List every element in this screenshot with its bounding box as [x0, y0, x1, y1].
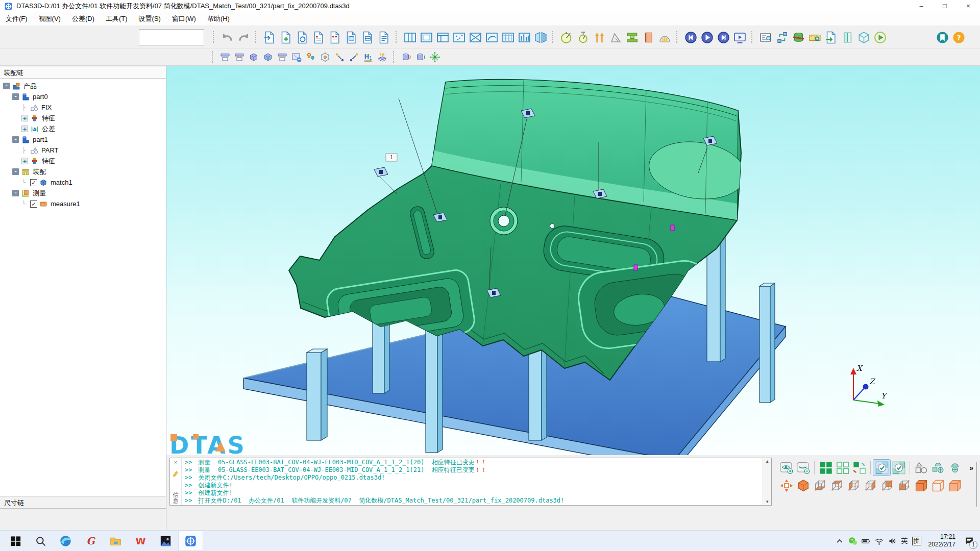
- tree-item-measure[interactable]: - 测量: [0, 188, 166, 198]
- minimize-button[interactable]: –: [910, 0, 933, 12]
- view-flip-icon[interactable]: [532, 29, 549, 46]
- toolbar-drag-handle[interactable]: [212, 51, 214, 63]
- panel-tool-icon[interactable]: [640, 29, 656, 46]
- toolbar-combo-box[interactable]: [139, 29, 204, 45]
- open-project-icon[interactable]: [261, 29, 278, 46]
- toolbar-drag-handle[interactable]: [676, 31, 679, 43]
- shapes-icon[interactable]: [913, 460, 929, 475]
- tree-item-label[interactable]: match1: [51, 179, 72, 186]
- cube-down-icon[interactable]: [375, 51, 389, 64]
- menu-help[interactable]: 帮助(H): [202, 14, 235, 23]
- tile-green-icon[interactable]: [817, 460, 834, 475]
- collapse-icon[interactable]: -: [12, 168, 19, 175]
- chevron-up-icon[interactable]: [833, 531, 846, 551]
- view-right-icon[interactable]: [862, 478, 879, 493]
- view-front-icon[interactable]: [896, 478, 913, 493]
- cylinder-rotate-icon[interactable]: [399, 51, 413, 64]
- doc-list-icon[interactable]: [376, 29, 392, 46]
- tree-item-tolerance0[interactable]: + A 公差: [0, 123, 166, 134]
- tree-item-features1[interactable]: + 特征: [0, 156, 166, 166]
- view-bars-icon[interactable]: [516, 29, 532, 46]
- compare-doc-icon[interactable]: [327, 29, 343, 46]
- reload-file-icon[interactable]: [294, 29, 310, 46]
- toolbar-drag-handle[interactable]: [396, 31, 398, 43]
- tree-item-label[interactable]: 公差: [42, 124, 55, 134]
- view-table-icon[interactable]: [434, 29, 451, 46]
- pan-view-icon[interactable]: [778, 478, 795, 493]
- hex-node-icon[interactable]: [318, 51, 332, 64]
- play-ring-icon[interactable]: [872, 29, 888, 46]
- cylinder-section-icon[interactable]: [790, 29, 806, 46]
- collapse-icon[interactable]: -: [12, 93, 19, 100]
- cube-b-icon[interactable]: [261, 51, 275, 64]
- star-node-icon[interactable]: [428, 51, 442, 64]
- distribution-chart-icon[interactable]: [656, 29, 673, 46]
- angle-measure-icon[interactable]: [607, 29, 624, 46]
- view-back-icon[interactable]: [879, 478, 896, 493]
- bookmark-help-icon[interactable]: [934, 29, 950, 46]
- node-out-icon[interactable]: [332, 51, 347, 64]
- expand-icon[interactable]: +: [21, 115, 28, 121]
- taskbar-app-edge[interactable]: [53, 531, 78, 551]
- tree-item-label[interactable]: measure1: [51, 200, 80, 208]
- more-tools-button[interactable]: »: [969, 464, 973, 472]
- pins-icon[interactable]: [304, 51, 318, 64]
- collapse-icon[interactable]: -: [12, 190, 19, 196]
- dome-target-icon[interactable]: [946, 460, 963, 475]
- arrows-up-icon[interactable]: [591, 29, 607, 46]
- 3d-viewport[interactable]: 1 DTAS: [166, 66, 980, 455]
- tree-item-label[interactable]: PART: [41, 146, 58, 154]
- pages-icon[interactable]: [839, 29, 855, 46]
- tile-outline-icon[interactable]: [834, 460, 851, 475]
- cube-light-icon[interactable]: [946, 478, 963, 493]
- press-a-icon[interactable]: [218, 51, 232, 64]
- tolerance-gauge-icon[interactable]: [558, 29, 575, 46]
- zoom-in-view-icon[interactable]: [778, 460, 795, 475]
- menu-window[interactable]: 窗口(W): [166, 14, 202, 23]
- cube-a-icon[interactable]: [247, 51, 261, 64]
- press-b-icon[interactable]: [232, 51, 247, 64]
- collapse-icon[interactable]: -: [3, 83, 10, 89]
- lang-indicator[interactable]: 英: [901, 536, 908, 545]
- cylinder-rotate2-icon[interactable]: [413, 51, 428, 64]
- tree-item-match1[interactable]: └ ✓ match1: [0, 177, 166, 188]
- tree-item-part1[interactable]: - part1: [0, 134, 166, 145]
- assembly-chain-header[interactable]: 装配链: [0, 66, 166, 79]
- export-doc-icon[interactable]: [823, 29, 839, 46]
- redo-icon[interactable]: [235, 29, 252, 46]
- undo-icon[interactable]: [219, 29, 235, 46]
- taskbar-app-dtas[interactable]: [178, 531, 203, 551]
- view-points-icon[interactable]: [451, 29, 467, 46]
- tree-item-label[interactable]: 特征: [42, 157, 55, 166]
- iso-view-icon[interactable]: [795, 478, 812, 493]
- tree-item-label[interactable]: FIX: [41, 104, 52, 111]
- match1-checkbox[interactable]: ✓: [30, 179, 37, 186]
- expand-icon[interactable]: +: [21, 126, 28, 132]
- view-grid-icon[interactable]: [500, 29, 516, 46]
- tree-item-label[interactable]: part1: [33, 136, 48, 143]
- collapse-icon[interactable]: -: [12, 136, 19, 143]
- menu-tolerance[interactable]: 公差(D): [66, 14, 100, 23]
- measure1-checkbox[interactable]: ✓: [30, 201, 37, 208]
- battery-icon[interactable]: [860, 531, 873, 551]
- view-columns-icon[interactable]: [402, 29, 418, 46]
- menu-settings[interactable]: 设置(S): [133, 14, 166, 23]
- action-center-icon[interactable]: 1: [961, 531, 978, 551]
- press-c-icon[interactable]: [275, 51, 289, 64]
- toolbar-drag-handle[interactable]: [552, 31, 555, 43]
- clear-log-icon[interactable]: [172, 469, 179, 477]
- cube-hex-icon[interactable]: [855, 29, 872, 46]
- dimension-chain-tab[interactable]: 尺寸链: [0, 496, 166, 509]
- menu-view[interactable]: 视图(V): [33, 14, 66, 23]
- toolbar-drag-handle[interactable]: [393, 51, 396, 63]
- tree-item-label[interactable]: 产品: [23, 82, 37, 91]
- datum-gauge-icon[interactable]: [575, 29, 591, 46]
- tree-item-label[interactable]: 测量: [33, 189, 46, 198]
- info-tab-label[interactable]: 信 息: [173, 492, 179, 504]
- cube-solid-icon[interactable]: [913, 478, 929, 493]
- link-parts-icon[interactable]: [774, 29, 790, 46]
- play-icon[interactable]: [699, 29, 715, 46]
- tile-check-icon[interactable]: [890, 460, 907, 475]
- cube-minus-icon[interactable]: [289, 51, 304, 64]
- toolbar-drag-handle[interactable]: [213, 31, 215, 43]
